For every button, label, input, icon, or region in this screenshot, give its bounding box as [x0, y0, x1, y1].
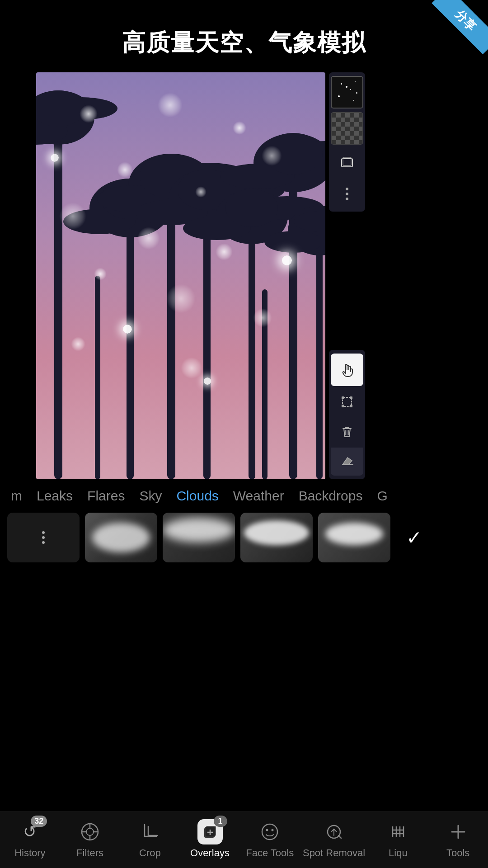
svg-rect-15 — [203, 199, 211, 479]
more-options-button[interactable] — [333, 180, 361, 208]
overlays-badge: 1 — [214, 816, 227, 827]
confirm-button[interactable]: ✓ — [396, 519, 432, 556]
crop-label: Crop — [139, 847, 161, 859]
cloud-overlay-2[interactable] — [163, 513, 235, 562]
spot-removal-label: Spot Removal — [303, 847, 365, 859]
move-tool-button[interactable] — [331, 354, 363, 386]
history-badge: 32 — [31, 816, 47, 827]
svg-rect-0 — [54, 118, 62, 479]
svg-point-29 — [264, 133, 323, 175]
cat-tab-clouds[interactable]: Clouds — [176, 486, 218, 505]
filters-icon — [77, 819, 103, 844]
svg-line-63 — [338, 835, 341, 838]
corner-ribbon: 分享 — [429, 0, 488, 59]
header-title: 高质量天空、气象模拟 — [0, 0, 488, 72]
tools-icon — [446, 819, 471, 844]
face-tools-icon — [257, 819, 282, 844]
overlays-label: Overlays — [190, 847, 230, 859]
palm-trees — [36, 72, 325, 479]
cloud-overlay-3[interactable] — [240, 513, 313, 562]
svg-rect-34 — [95, 276, 100, 479]
svg-point-48 — [86, 828, 94, 835]
liqu-icon — [385, 819, 411, 844]
nav-spot-removal[interactable]: Spot Removal — [303, 819, 365, 859]
overlay-thumbnail-active[interactable] — [331, 76, 363, 108]
nav-history[interactable]: ↺ 32 History — [3, 819, 57, 859]
face-tools-label: Face Tools — [246, 847, 294, 859]
cloud-thumb-bg-3 — [240, 513, 313, 562]
overlays-icon: 1 — [197, 819, 223, 844]
svg-rect-35 — [262, 289, 267, 479]
svg-point-60 — [272, 829, 274, 831]
svg-rect-5 — [127, 208, 134, 479]
toolbar-top-panel — [329, 72, 365, 212]
svg-rect-39 — [342, 396, 344, 399]
nav-filters[interactable]: Filters — [63, 819, 117, 859]
more-icon — [42, 531, 45, 544]
svg-point-24 — [225, 189, 278, 227]
svg-rect-40 — [350, 396, 352, 399]
cloud-thumb-bg-1 — [85, 513, 157, 562]
cat-tab-weather[interactable]: Weather — [233, 486, 284, 505]
history-icon: ↺ 32 — [17, 819, 42, 844]
toolbar-bottom-panel — [329, 350, 365, 479]
cat-tab-backdrops[interactable]: Backdrops — [299, 486, 363, 505]
overlay-thumbnails-row: ✓ — [0, 513, 488, 570]
right-toolbar — [325, 72, 365, 479]
liqu-label: Liqu — [389, 847, 408, 859]
history-label: History — [14, 847, 45, 859]
delete-button[interactable] — [331, 418, 363, 446]
nav-face-tools[interactable]: Face Tools — [243, 819, 297, 859]
three-dots-icon — [346, 188, 348, 200]
thumbnail-stars — [332, 77, 362, 108]
cat-tab-flares[interactable]: Flares — [87, 486, 125, 505]
thumbnail-checker — [332, 113, 362, 144]
cloud-overlay-4[interactable] — [318, 513, 390, 562]
eraser-button[interactable] — [331, 448, 363, 476]
category-tabs: m Leaks Flares Sky Clouds Weather Backdr… — [0, 479, 488, 513]
overlay-more-button[interactable] — [7, 513, 80, 562]
svg-rect-30 — [316, 231, 323, 479]
cat-tab-m[interactable]: m — [11, 486, 22, 505]
cat-tab-g[interactable]: G — [377, 486, 387, 505]
ribbon-text: 分享 — [432, 0, 488, 54]
svg-point-32 — [264, 231, 323, 253]
nav-liqu[interactable]: Liqu — [371, 819, 425, 859]
spot-removal-icon — [321, 819, 347, 844]
nav-crop[interactable]: Crop — [123, 819, 177, 859]
cat-tab-leaks[interactable]: Leaks — [37, 486, 73, 505]
nav-tools[interactable]: Tools — [431, 819, 485, 859]
svg-rect-10 — [167, 185, 175, 479]
cloud-overlay-1[interactable] — [85, 513, 157, 562]
filters-label: Filters — [76, 847, 103, 859]
svg-rect-41 — [342, 405, 344, 407]
svg-rect-20 — [249, 217, 255, 479]
bottom-navigation: ↺ 32 History Filters Crop — [0, 811, 488, 868]
cat-tab-sky[interactable]: Sky — [139, 486, 162, 505]
crop-icon — [137, 819, 163, 844]
overlay-thumbnail-checker[interactable] — [331, 112, 363, 145]
tools-label: Tools — [446, 847, 469, 859]
svg-rect-25 — [289, 163, 297, 479]
layers-button[interactable] — [333, 148, 361, 176]
svg-point-59 — [266, 829, 268, 831]
svg-rect-42 — [350, 405, 352, 407]
transform-tool-button[interactable] — [331, 388, 363, 416]
nav-overlays[interactable]: 1 Overlays — [183, 819, 237, 859]
canvas[interactable] — [36, 72, 325, 479]
svg-point-58 — [262, 824, 277, 840]
